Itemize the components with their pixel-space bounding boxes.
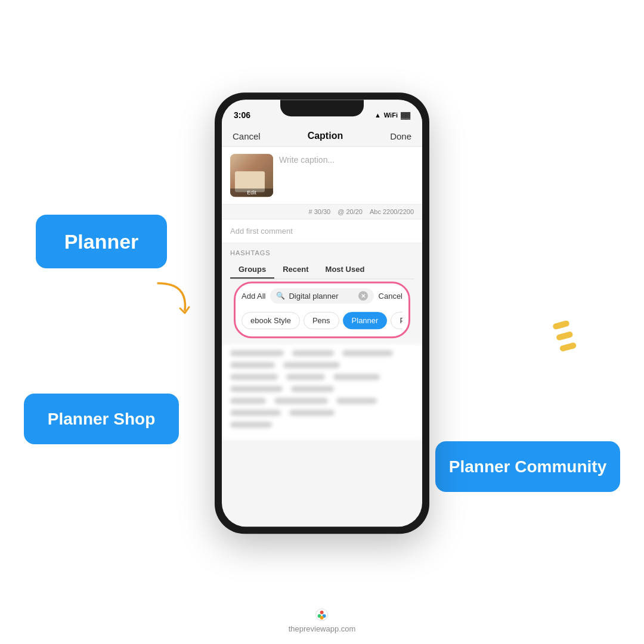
search-input-wrap[interactable]: 🔍 Digital planner ✕ bbox=[270, 288, 373, 304]
hashtag-item bbox=[342, 350, 393, 356]
hashtag-item bbox=[289, 410, 335, 416]
tag-chip-pens[interactable]: Pens bbox=[304, 312, 339, 329]
search-icon: 🔍 bbox=[276, 292, 285, 300]
phone-mockup: 3:06 ▲ WiFi ▓▓ Cancel Caption Done Edit bbox=[215, 92, 429, 534]
planner-community-badge-label: Planner Community bbox=[449, 457, 606, 476]
phone-notch bbox=[280, 100, 364, 116]
caption-area: Edit Write caption... bbox=[222, 147, 422, 205]
planner-badge-label: Planner bbox=[64, 230, 139, 253]
tag-chip-ebook-style[interactable]: ebook Style bbox=[242, 312, 300, 329]
hashtag-item bbox=[292, 350, 334, 356]
edit-label[interactable]: Edit bbox=[230, 188, 273, 197]
hashtag-item bbox=[230, 362, 275, 368]
gold-dashes-decoration bbox=[553, 322, 569, 358]
hashtag-item bbox=[274, 398, 328, 404]
battery-icon: ▓▓ bbox=[401, 112, 410, 119]
search-input[interactable]: Digital planner bbox=[289, 292, 354, 301]
hashtag-item bbox=[291, 386, 334, 392]
gold-dash-3 bbox=[559, 342, 577, 352]
caption-input[interactable]: Write caption... bbox=[279, 154, 414, 197]
hashtag-row bbox=[230, 422, 414, 428]
hashtags-label: HASHTAGS bbox=[230, 249, 414, 256]
arrow-icon bbox=[152, 277, 200, 325]
nav-bar: Cancel Caption Done bbox=[222, 126, 422, 147]
search-cancel-button[interactable]: Cancel bbox=[379, 292, 402, 301]
hashtags-section: HASHTAGS Groups Recent Most Used Add All… bbox=[222, 243, 422, 344]
comment-placeholder: Add first comment bbox=[230, 227, 293, 236]
hashtag-item bbox=[230, 398, 266, 404]
hashtag-item bbox=[286, 374, 325, 380]
hashtag-row bbox=[230, 350, 414, 356]
status-icons: ▲ WiFi ▓▓ bbox=[374, 112, 410, 119]
clear-search-button[interactable]: ✕ bbox=[358, 291, 368, 301]
done-button[interactable]: Done bbox=[390, 131, 411, 141]
hashtag-item bbox=[230, 350, 284, 356]
footer: thepreviewapp.com bbox=[289, 608, 356, 633]
cancel-button[interactable]: Cancel bbox=[233, 131, 261, 141]
char-counter: Abc 2200/2200 bbox=[370, 208, 414, 215]
svg-point-4 bbox=[320, 616, 324, 620]
phone-screen: 3:06 ▲ WiFi ▓▓ Cancel Caption Done Edit bbox=[222, 100, 422, 527]
tab-most-used[interactable]: Most Used bbox=[317, 261, 373, 278]
hashtag-item bbox=[336, 398, 377, 404]
planner-badge: Planner bbox=[36, 215, 167, 268]
planner-community-badge: Planner Community bbox=[435, 441, 620, 492]
hashtag-item bbox=[333, 374, 380, 380]
hashtag-item bbox=[230, 374, 278, 380]
planner-shop-badge: Planner Shop bbox=[24, 394, 179, 444]
add-all-button[interactable]: Add All bbox=[242, 292, 265, 301]
tag-chip-planner-community[interactable]: Planner Community bbox=[391, 312, 402, 329]
status-time: 3:06 bbox=[234, 110, 250, 120]
planner-shop-badge-label: Planner Shop bbox=[48, 410, 155, 429]
signal-icon: ▲ bbox=[374, 112, 381, 119]
tab-groups[interactable]: Groups bbox=[230, 261, 274, 278]
hashtag-item bbox=[230, 422, 272, 428]
tab-recent[interactable]: Recent bbox=[274, 261, 317, 278]
phone-outer: 3:06 ▲ WiFi ▓▓ Cancel Caption Done Edit bbox=[215, 92, 429, 534]
hashtag-row bbox=[230, 398, 414, 404]
hashtag-list bbox=[222, 344, 422, 439]
footer-logo-icon bbox=[315, 608, 329, 622]
hashtag-counter: # 30/30 bbox=[309, 208, 331, 215]
caption-thumbnail[interactable]: Edit bbox=[230, 154, 273, 197]
at-counter: @ 20/20 bbox=[338, 208, 363, 215]
gold-dash-2 bbox=[556, 331, 574, 341]
hashtag-row bbox=[230, 362, 414, 368]
hashtag-row bbox=[230, 374, 414, 380]
wifi-icon: WiFi bbox=[384, 112, 398, 119]
hashtag-tabs: Groups Recent Most Used bbox=[230, 261, 414, 279]
comment-input[interactable]: Add first comment bbox=[222, 219, 422, 243]
hashtag-item bbox=[230, 410, 281, 416]
hashtag-row bbox=[230, 386, 414, 392]
hashtag-row bbox=[230, 410, 414, 416]
tag-chips-row: ebook Style Pens Planner Planner Communi… bbox=[242, 308, 402, 332]
nav-title: Caption bbox=[308, 131, 343, 141]
search-row: Add All 🔍 Digital planner ✕ Cancel ebook… bbox=[234, 281, 410, 338]
hashtag-item bbox=[283, 362, 340, 368]
footer-site: thepreviewapp.com bbox=[289, 624, 356, 633]
svg-point-1 bbox=[320, 611, 324, 614]
caption-counters: # 30/30 @ 20/20 Abc 2200/2200 bbox=[222, 205, 422, 219]
search-bar-row: Add All 🔍 Digital planner ✕ Cancel bbox=[242, 288, 402, 304]
hashtag-item bbox=[230, 386, 283, 392]
gold-dash-1 bbox=[552, 320, 570, 330]
tag-chip-planner[interactable]: Planner bbox=[343, 312, 388, 329]
